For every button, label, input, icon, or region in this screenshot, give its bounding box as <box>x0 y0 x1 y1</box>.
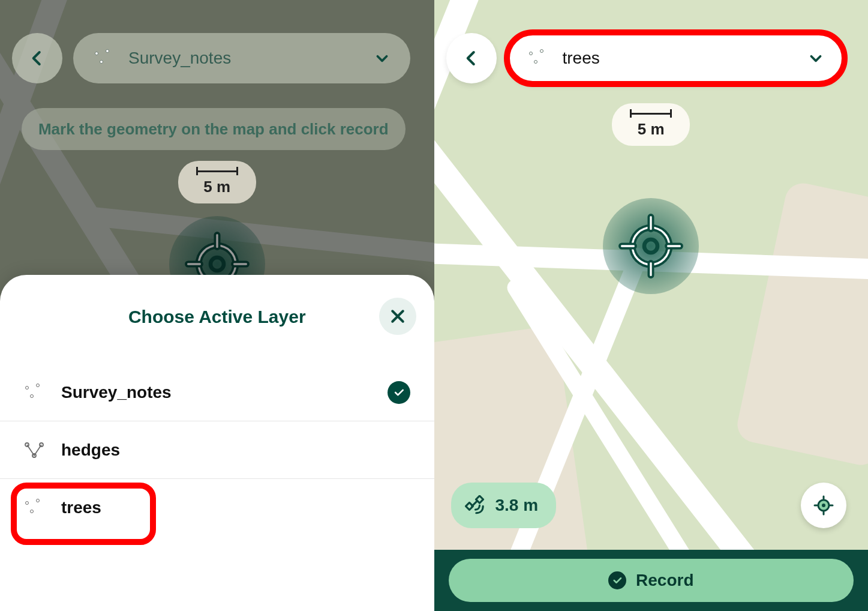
locate-icon <box>813 495 834 516</box>
svg-point-16 <box>644 239 657 253</box>
selected-check-icon <box>388 381 410 404</box>
record-button[interactable]: Record <box>449 559 854 602</box>
gps-accuracy-pill[interactable]: 3.8 m <box>451 483 557 528</box>
close-button[interactable] <box>379 298 416 335</box>
back-button[interactable] <box>446 33 497 83</box>
scale-label: 5 m <box>203 178 230 196</box>
lines-layer-icon <box>24 441 44 459</box>
scale-indicator: 5 m <box>178 161 256 203</box>
layer-row-survey-notes[interactable]: Survey_notes <box>0 364 434 421</box>
back-button[interactable] <box>12 33 62 83</box>
layer-row-hedges[interactable]: hedges <box>0 421 434 479</box>
record-label: Record <box>636 571 693 590</box>
left-screenshot: Survey_notes Mark the geometry on the ma… <box>0 0 434 611</box>
points-layer-icon <box>528 49 548 67</box>
layer-name: Survey_notes <box>61 383 371 402</box>
chevron-down-icon <box>808 50 824 66</box>
active-layer-dropdown[interactable]: trees <box>507 33 845 83</box>
scale-label: 5 m <box>638 120 665 139</box>
active-layer-label: trees <box>563 49 794 68</box>
points-layer-icon <box>24 499 44 517</box>
layer-name: hedges <box>61 441 410 460</box>
points-layer-icon <box>94 49 114 67</box>
map-crosshair <box>603 198 699 294</box>
svg-point-15 <box>632 227 669 265</box>
choose-layer-sheet: Choose Active Layer Survey_notes <box>0 275 434 611</box>
locate-me-button[interactable] <box>801 483 846 528</box>
layer-list: Survey_notes hedges trees <box>0 364 434 537</box>
satellite-icon <box>464 495 485 516</box>
record-check-icon <box>608 571 626 589</box>
layer-row-trees[interactable]: trees <box>0 479 434 537</box>
chevron-down-icon <box>374 50 390 66</box>
gps-accuracy-value: 3.8 m <box>495 496 539 515</box>
active-layer-label: Survey_notes <box>128 49 360 68</box>
bottom-action-bar: Record <box>434 550 869 611</box>
scale-indicator: 5 m <box>612 103 690 146</box>
right-screenshot: trees 5 m <box>434 0 869 611</box>
sheet-title: Choose Active Layer <box>128 307 306 327</box>
instruction-text: Mark the geometry on the map and click r… <box>38 120 389 139</box>
close-icon <box>389 307 407 325</box>
svg-point-2 <box>211 257 224 271</box>
points-layer-icon <box>24 384 44 402</box>
active-layer-dropdown[interactable]: Survey_notes <box>73 33 410 83</box>
instruction-pill: Mark the geometry on the map and click r… <box>22 108 406 150</box>
svg-point-28 <box>822 504 825 507</box>
layer-name: trees <box>61 498 410 517</box>
